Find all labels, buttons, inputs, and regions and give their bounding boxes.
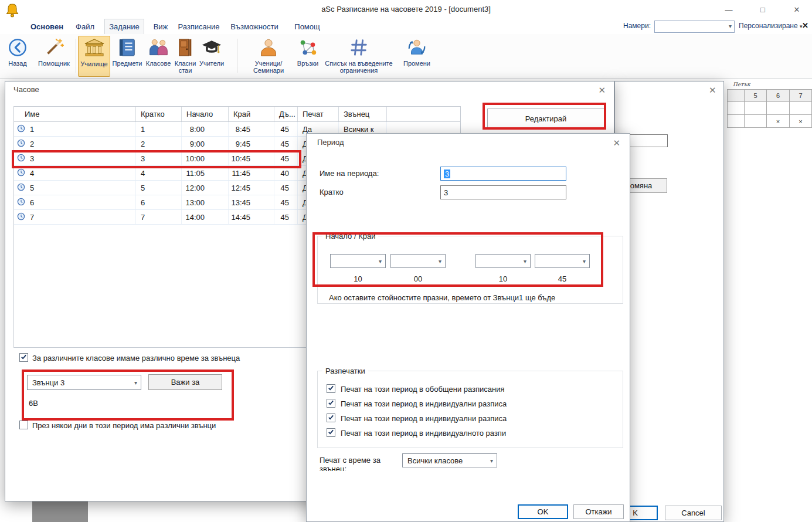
clock-icon [17,212,25,222]
maximize-button[interactable]: □ [753,0,773,19]
column-header[interactable]: Край [229,107,274,121]
find-input[interactable]: ▾ [654,21,735,33]
cancel-button[interactable]: Откажи [573,504,624,519]
magic-wand-icon [44,36,64,59]
applies-to-button[interactable]: Важи за [148,374,222,390]
start-end-group-label: Начало / Край [322,232,378,240]
timetable-cell[interactable]: × [767,115,790,128]
checkmark-icon [328,399,334,408]
tab-timetable[interactable]: Разписание [175,19,223,34]
bell-time-label-2: звънец: [320,465,346,471]
empty-values-hint: Ако оставите стойностите празни, времето… [329,293,610,302]
toolbar-item-classrooms[interactable]: Класни стаи [173,36,198,77]
toolbar-item-subjects[interactable]: Предмети [111,36,144,77]
checkmark-icon [328,384,334,393]
edit-button[interactable]: Редактирай [487,109,604,128]
toolbar-item-constraints[interactable]: Списък на въведените ограничения [322,36,396,77]
graduation-cap-icon [201,36,222,59]
toolbar-item-changes[interactable]: Промени [399,36,435,77]
print-option-checkbox[interactable] [327,399,335,408]
toolbar-item-school[interactable]: Училище [78,36,110,77]
back-arrow-icon [8,36,28,59]
network-nodes-icon [298,36,318,59]
clock-icon [17,139,25,149]
door-icon [176,36,194,59]
menubar-close-icon[interactable]: ✕ [802,21,808,30]
toolbar-item-students[interactable]: Ученици/Семинари [243,36,294,77]
print-option-label: Печат на този период в индивидуални разп… [341,414,507,423]
person-sync-icon [407,36,427,59]
print-option-checkbox[interactable] [327,384,335,393]
timetable-header-cell: 7 [790,89,812,102]
timetable-header-cell: 5 [745,89,767,102]
timetable-cell[interactable] [727,102,745,115]
bell-time-select[interactable]: Всички класове ▾ [402,453,497,467]
column-header[interactable]: Кратко [136,107,182,121]
period-short-input[interactable]: 3 [440,185,566,199]
printouts-group-label: Разпечатки [322,367,368,375]
timetable-cell[interactable]: × [790,115,812,128]
start-minute-value: 00 [390,274,446,283]
ok-button[interactable]: OK [518,504,568,519]
start-hour-select[interactable]: ▾ [330,254,386,268]
timetable-cell[interactable] [767,102,790,115]
timetable-cell[interactable] [790,102,812,115]
column-header[interactable]: Печат [298,107,339,121]
tab-view[interactable]: Виж [149,19,172,34]
find-label: Намери: [623,22,651,30]
column-header[interactable]: Звънец [339,107,387,121]
timetable-cell[interactable] [745,102,767,115]
close-icon[interactable]: ✕ [598,85,606,96]
different-days-checkbox[interactable] [19,421,28,429]
column-header[interactable]: Начало [182,107,229,121]
student-icon [259,36,278,59]
toolbar-item-back[interactable]: Назад [4,36,32,77]
app-window: aSc Разписание на часовете 2019 - [docum… [0,0,812,522]
chevron-down-icon: ▾ [379,258,382,265]
bells-select[interactable]: Звънци 3 ▾ [27,375,141,390]
tab-file[interactable]: Файл [70,19,100,34]
tab-assignment[interactable]: Задание [104,19,144,34]
toolbar-item-links[interactable]: Връзки [294,36,322,77]
close-button[interactable]: ✕ [787,0,807,19]
clock-icon [17,183,25,193]
period-name-input[interactable]: 3 [440,167,566,181]
close-icon[interactable]: ✕ [613,138,620,148]
bell-time-label: Печат с време за [320,456,380,465]
toolbar-item-teachers[interactable]: Учители [198,36,226,77]
period-dialog: Период ✕ Име на периода: 3 Кратко 3 Нача… [306,133,630,522]
clock-icon [17,154,25,164]
tab-options[interactable]: Възможности [227,19,281,34]
end-minute-select[interactable]: ▾ [535,254,590,268]
different-bells-checkbox[interactable] [19,353,28,362]
end-hour-select[interactable]: ▾ [475,254,531,268]
workspace-fragment [32,501,88,522]
timetable-cell[interactable] [727,115,745,128]
applies-to-value: 6В [29,399,38,408]
chevron-down-icon: ▾ [439,258,441,265]
tab-main[interactable]: Основен [28,19,66,34]
minimize-button[interactable]: — [719,0,739,19]
print-option-checkbox[interactable] [327,428,335,437]
cancel-button[interactable]: Cancel [665,506,722,520]
toolbar-item-assistant[interactable]: Помощник [35,36,73,77]
school-building-icon [83,36,106,60]
tab-help[interactable]: Помощ [291,19,324,34]
background-dialog: ✕ омяна K Cancel [614,81,724,522]
print-option-checkbox[interactable] [327,413,335,422]
notebook-icon [118,36,137,59]
end-minute-value: 45 [535,274,590,283]
personalize-menu[interactable]: Персонализиране ▾ [739,22,803,30]
chevron-down-icon[interactable]: ▾ [729,23,732,29]
selected-text: 3 [444,170,450,178]
chevron-down-icon: ▾ [524,258,526,265]
close-icon[interactable]: ✕ [709,85,716,96]
start-minute-select[interactable]: ▾ [390,254,446,268]
toolbar-item-classes[interactable]: Класове [144,36,173,77]
column-header[interactable]: Име [14,107,136,121]
timetable-cell[interactable] [745,115,767,128]
column-header [387,107,460,121]
timetable-header-cell: 6 [767,89,790,102]
clock-icon [17,168,25,178]
column-header[interactable]: Дъ... [274,107,298,121]
